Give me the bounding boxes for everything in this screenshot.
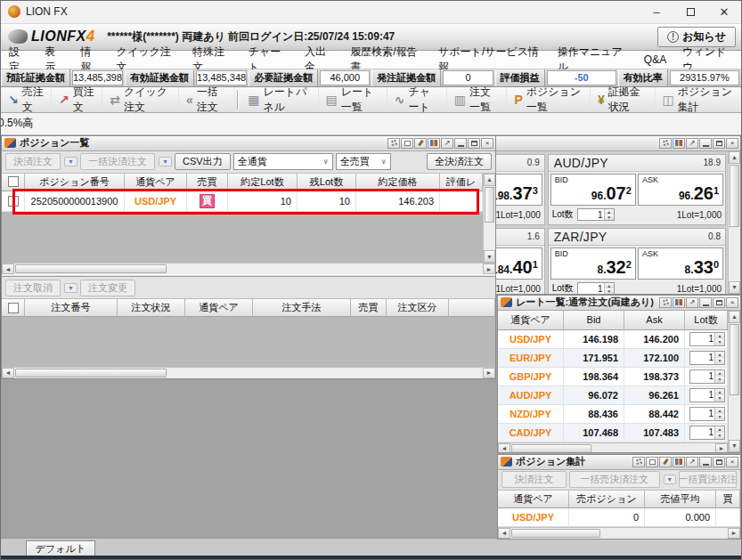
- rate-panel-vscrollbar[interactable]: ▲ ▼: [728, 151, 740, 294]
- dock-icon[interactable]: [401, 138, 413, 149]
- orders-hscrollbar[interactable]: ◄ ►: [2, 367, 495, 378]
- scrollbar-thumb[interactable]: [730, 165, 739, 227]
- menu-window[interactable]: ウィンドウ: [674, 51, 741, 69]
- panel-minimize-icon[interactable]: [699, 138, 712, 149]
- quick-order-button[interactable]: ⇄クイック注文: [102, 87, 179, 112]
- tab-default[interactable]: デフォルト: [26, 540, 95, 556]
- scrollbar-thumb[interactable]: [485, 187, 494, 223]
- col-pair[interactable]: 通貨ペア: [498, 311, 564, 330]
- col-pair[interactable]: 通貨ペア: [125, 174, 187, 191]
- rate-row-eurjpy[interactable]: EUR/JPY 171.951 172.100 1▲▼: [498, 349, 728, 368]
- summary-hscrollbar[interactable]: ◄ ►: [498, 527, 740, 539]
- cancel-order-button[interactable]: 注文取消: [5, 280, 61, 296]
- rate-list-button[interactable]: ▤レート一覧: [319, 87, 387, 112]
- rate-row-nzdjpy[interactable]: NZD/JPY 88.436 88.442 1▲▼: [498, 405, 728, 424]
- lot-spinner[interactable]: ▲▼: [714, 389, 724, 402]
- scroll-down-icon[interactable]: ▼: [729, 440, 740, 452]
- scrollbar-thumb[interactable]: [730, 324, 739, 395]
- bid-quote-button[interactable]: BID96.072: [550, 174, 636, 206]
- menu-chart[interactable]: チャート: [241, 51, 297, 69]
- position-list-button[interactable]: Pポジション一覧: [507, 87, 591, 112]
- lot-input[interactable]: 1▲▼: [689, 426, 725, 440]
- menu-view[interactable]: 表示: [37, 51, 72, 69]
- select-all-checkbox[interactable]: [8, 303, 19, 313]
- menu-manual[interactable]: 操作マニュアル: [550, 51, 636, 69]
- scroll-up-icon[interactable]: ▲: [729, 151, 740, 164]
- scroll-up-icon[interactable]: ▲: [484, 174, 495, 186]
- lot-input[interactable]: 1▲▼: [689, 407, 725, 421]
- rate-row-usdjpy[interactable]: USD/JPY 146.198 146.200 1▲▼: [498, 330, 728, 349]
- chart-button[interactable]: ∿チャート: [387, 87, 447, 112]
- position-summary-button[interactable]: ◫ポジション集計: [656, 87, 742, 112]
- lot-spinner[interactable]: ▲▼: [714, 408, 724, 420]
- scroll-left-icon[interactable]: ◄: [2, 264, 14, 274]
- panel-close-icon[interactable]: ×: [726, 297, 738, 308]
- panel-close-icon[interactable]: ×: [481, 138, 493, 149]
- col-side[interactable]: 売買: [187, 174, 228, 191]
- menu-settings[interactable]: 設定: [1, 51, 37, 69]
- panel-maximize-icon[interactable]: [713, 297, 725, 308]
- col-remaining[interactable]: 残Lot数: [298, 174, 356, 191]
- bulk-close-dropdown[interactable]: ▼: [159, 157, 172, 166]
- col-sell-position[interactable]: 売ポジション: [569, 491, 645, 508]
- dock-icon[interactable]: [646, 457, 658, 467]
- gear-icon[interactable]: [659, 138, 672, 149]
- bulk-buy-close-button[interactable]: 一括買決済注: [679, 471, 737, 488]
- lot-spinner[interactable]: ▲▼: [714, 370, 724, 383]
- bid-quote-button[interactable]: BID8.322: [550, 248, 636, 280]
- panel-maximize-icon[interactable]: [713, 457, 725, 467]
- panel-maximize-icon[interactable]: [468, 138, 480, 149]
- panel-minimize-icon[interactable]: [454, 138, 467, 149]
- buy-order-button[interactable]: ↗買注文: [52, 87, 102, 112]
- popout-icon[interactable]: ↗: [441, 138, 453, 149]
- col-bid[interactable]: Bid: [564, 311, 624, 330]
- panel-close-icon[interactable]: ×: [726, 138, 738, 149]
- col-price[interactable]: 約定価格: [356, 174, 440, 191]
- col-lots[interactable]: 約定Lot数: [228, 174, 298, 191]
- scroll-up-icon[interactable]: ▲: [729, 311, 740, 323]
- maximize-button[interactable]: [673, 1, 707, 23]
- scroll-right-icon[interactable]: ►: [483, 264, 495, 274]
- menu-qa[interactable]: Q&A: [636, 51, 674, 69]
- palette-icon[interactable]: [673, 138, 685, 149]
- bulk-close-button[interactable]: 一括決済注文: [80, 153, 155, 170]
- popout-icon[interactable]: ↗: [686, 457, 698, 467]
- col-order-pair[interactable]: 通貨ペア: [185, 299, 253, 317]
- close-all-button[interactable]: 全決済注文: [427, 153, 492, 170]
- modify-order-button[interactable]: 注文変更: [80, 280, 135, 296]
- col-position-id[interactable]: ポジション番号: [25, 174, 125, 191]
- pin-icon[interactable]: [414, 138, 427, 149]
- scroll-right-icon[interactable]: ►: [715, 443, 728, 452]
- col-order-method[interactable]: 注文手法: [253, 299, 351, 317]
- scroll-right-icon[interactable]: ►: [483, 368, 495, 378]
- csv-export-button[interactable]: CSV出力: [175, 153, 231, 170]
- col-ask[interactable]: Ask: [624, 311, 685, 330]
- positions-hscrollbar[interactable]: ◄ ►: [2, 263, 495, 274]
- gear-icon[interactable]: [632, 457, 645, 467]
- scrollbar-thumb[interactable]: [511, 444, 591, 452]
- row-checkbox[interactable]: [8, 196, 19, 207]
- margin-status-button[interactable]: ¥証拠金状況: [591, 87, 656, 112]
- menu-quick-order[interactable]: クイック注文: [109, 51, 185, 69]
- lot-input[interactable]: 1▲▼: [577, 208, 615, 221]
- minimize-button[interactable]: –: [640, 1, 673, 23]
- rate-list-vscrollbar[interactable]: ▲ ▼: [728, 311, 740, 452]
- close-order-button[interactable]: 決済注文: [501, 471, 567, 488]
- bulk-sell-close-dropdown[interactable]: ▼: [664, 475, 676, 484]
- batch-order-button[interactable]: «一括注文: [179, 87, 235, 112]
- col-buy[interactable]: 買: [716, 491, 740, 508]
- col-sell-average[interactable]: 売値平均: [645, 491, 716, 508]
- lot-spinner[interactable]: ▲▼: [604, 283, 614, 294]
- col-lot[interactable]: Lot数: [685, 311, 728, 330]
- menu-support[interactable]: サポート/サービス情報: [430, 51, 550, 69]
- panel-minimize-icon[interactable]: [699, 297, 712, 308]
- close-button[interactable]: ✕: [707, 1, 741, 23]
- lot-input[interactable]: 1▲▼: [689, 351, 725, 365]
- lot-input[interactable]: 1▲▼: [689, 332, 725, 346]
- bulk-sell-close-button[interactable]: 一括売決済注文: [569, 471, 660, 488]
- scroll-down-icon[interactable]: ▼: [729, 281, 740, 294]
- col-order-type[interactable]: 注文区分: [387, 299, 449, 317]
- col-order-side[interactable]: 売買: [351, 299, 387, 317]
- scroll-left-icon[interactable]: ◄: [498, 528, 510, 539]
- scroll-left-icon[interactable]: ◄: [2, 368, 14, 378]
